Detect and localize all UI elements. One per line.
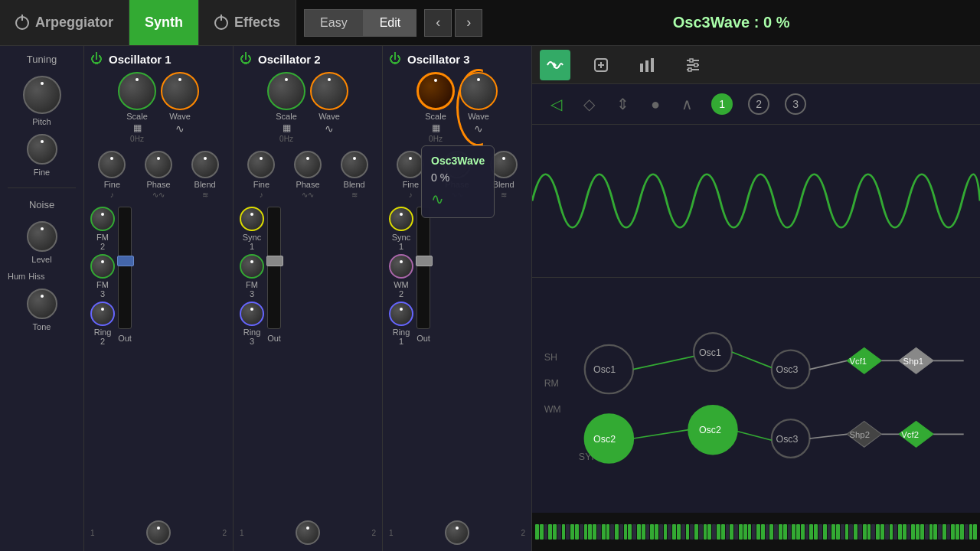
- saw-shape-btn[interactable]: ◁: [547, 92, 565, 116]
- caret-shape-btn[interactable]: ∧: [678, 92, 696, 116]
- osc1-fine-label: Fine: [104, 180, 120, 189]
- osc1-blend-dot: [204, 157, 207, 160]
- osc2-wave-knob[interactable]: [310, 72, 348, 110]
- osc1-scale-knob[interactable]: [118, 72, 156, 110]
- shape-num-3-btn[interactable]: 3: [785, 93, 806, 115]
- osc3-wave-knob-ctrl[interactable]: [459, 72, 498, 110]
- osc3-slider-thumb[interactable]: [416, 256, 433, 266]
- osc2-ring-knob[interactable]: [240, 302, 264, 326]
- osc2-ring-dot: [250, 308, 253, 311]
- osc2-phase-knob[interactable]: [294, 151, 322, 178]
- piano-roll-bar: [650, 524, 654, 540]
- piano-roll-bar: [690, 524, 694, 540]
- osc1-ring-knob[interactable]: [90, 302, 115, 326]
- osc2-mid-knobs: Fine ♪ Phase ∿∿ Blend ≋: [240, 151, 376, 199]
- shape-num-1-btn[interactable]: 1: [711, 93, 733, 115]
- osc2-scale-knob[interactable]: [267, 72, 305, 110]
- piano-roll-bar: [655, 524, 658, 540]
- circle-shape-btn[interactable]: ●: [648, 93, 663, 116]
- osc1-power-icon[interactable]: ⏻: [90, 52, 103, 66]
- fine-knob[interactable]: [27, 134, 57, 165]
- osc2-fine-knob[interactable]: [247, 151, 275, 178]
- osc1-header: ⏻ Oscillator 1: [90, 52, 227, 66]
- osc1-out-label: Out: [118, 334, 132, 343]
- osc1-fine-knob[interactable]: [98, 151, 126, 178]
- osc1-fm2-knob[interactable]: [90, 207, 115, 231]
- add-view-btn[interactable]: [586, 50, 616, 80]
- easy-btn[interactable]: Easy: [304, 9, 364, 37]
- osc2-range-row: 1 2: [240, 520, 376, 545]
- osc3-range-knob[interactable]: [445, 520, 469, 545]
- osc2-title: Oscillator 2: [258, 53, 321, 66]
- osc2-slider-thumb[interactable]: [266, 256, 283, 266]
- osc3-sync-label: Sync1: [392, 233, 410, 251]
- osc2-blend-group: Blend ≋: [341, 151, 368, 199]
- osc1-range-knob[interactable]: [146, 520, 171, 545]
- osc1-slider-thumb[interactable]: [117, 256, 134, 266]
- hiss-label: Hiss: [28, 272, 44, 281]
- piano-roll-bar: [602, 524, 606, 540]
- osc3-ring-knob[interactable]: [389, 302, 413, 326]
- waveform-display: [532, 125, 980, 278]
- piano-roll-bar: [694, 524, 698, 540]
- wm-label: WM: [544, 404, 561, 415]
- osc2-range-knob[interactable]: [296, 520, 320, 545]
- bars-icon: [638, 56, 656, 74]
- osc3-wm-label: WM2: [394, 280, 409, 298]
- osc2-power-icon[interactable]: ⏻: [240, 52, 252, 66]
- osc3-scale-hz: 0Hz: [429, 135, 443, 143]
- fine-knob-dot: [41, 140, 44, 143]
- shape-num-2-btn[interactable]: 2: [748, 93, 769, 115]
- osc1-phase-knob[interactable]: [145, 151, 172, 178]
- osc1-blend-knob[interactable]: [191, 151, 219, 178]
- osc3-wave-tooltip: Osc3Wave 0 % ∿: [421, 145, 495, 218]
- piano-roll-bar: [540, 524, 544, 540]
- piano-roll-bar: [823, 524, 827, 540]
- osc2-blend-knob[interactable]: [341, 151, 368, 178]
- osc1-fm3-knob[interactable]: [90, 254, 115, 279]
- osc1-phase-icon: ∿∿: [152, 191, 165, 199]
- piano-roll-bar: [831, 524, 835, 540]
- osc2-blend-label: Blend: [344, 180, 365, 189]
- edit-btn[interactable]: Edit: [364, 9, 417, 37]
- arpeggiator-btn[interactable]: Arpeggiator: [0, 0, 129, 45]
- osc1-scale-label: Scale: [126, 112, 148, 121]
- prev-btn[interactable]: ‹: [424, 9, 452, 37]
- tone-knob[interactable]: [27, 289, 57, 319]
- bars-view-btn[interactable]: [632, 50, 662, 80]
- osc2-top-knobs: Scale ▦ 0Hz Wave ∿: [240, 72, 376, 143]
- piano-roll-bar: [858, 524, 862, 540]
- osc3-top-knobs: Scale ▦ 0Hz Wave ∿: [389, 72, 525, 143]
- osc3-wave-icon: ∿: [474, 122, 483, 135]
- pitch-knob[interactable]: [23, 76, 61, 114]
- synth-btn[interactable]: Synth: [129, 0, 199, 45]
- shp1-label: Shp1: [903, 357, 923, 366]
- osc3-sync-knob[interactable]: [389, 207, 413, 231]
- next-btn[interactable]: ›: [455, 9, 482, 37]
- piano-roll-bar: [580, 524, 583, 540]
- nav-arrows: ‹ ›: [424, 9, 482, 37]
- piano-roll-bar: [570, 524, 574, 540]
- diamond-shape-btn[interactable]: ◇: [580, 92, 598, 116]
- piano-roll-bar: [836, 524, 840, 540]
- effects-btn[interactable]: Effects: [199, 0, 296, 45]
- osc3-scale-group: Scale ▦ 0Hz: [416, 72, 455, 143]
- osc1-top-knobs: Scale ▦ 0Hz Wave ∿: [90, 72, 227, 143]
- osc3-fine-knob[interactable]: [397, 151, 424, 178]
- svg-rect-12: [688, 68, 691, 71]
- osc1-phase-group: Phase ∿∿: [145, 151, 172, 199]
- updown-shape-btn[interactable]: ⇕: [613, 92, 632, 116]
- level-knob[interactable]: [27, 221, 57, 252]
- osc2-fm-knob[interactable]: [240, 254, 264, 279]
- piano-roll-bar: [920, 524, 924, 540]
- osc3-scale-knob[interactable]: [416, 72, 455, 110]
- osc2-fine-icon: ♪: [260, 191, 263, 199]
- osc1-wave-knob[interactable]: [161, 72, 199, 110]
- waveform-view-btn[interactable]: [540, 50, 570, 80]
- settings-view-btn[interactable]: [678, 50, 708, 80]
- osc3-wm-knob[interactable]: [389, 254, 413, 279]
- piano-roll-bar: [876, 524, 880, 540]
- osc2-sync-knob[interactable]: [240, 207, 264, 231]
- main-area: Tuning Pitch Fine Noise Level Hum Hiss: [0, 46, 980, 551]
- osc3-power-icon[interactable]: ⏻: [389, 52, 401, 66]
